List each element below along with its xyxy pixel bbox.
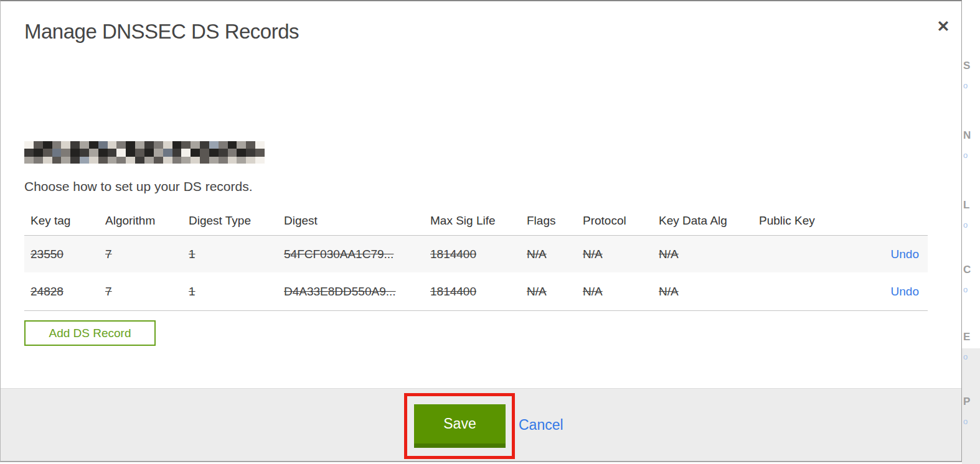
- undo-link[interactable]: Undo: [891, 285, 919, 298]
- background-text-fragment: o: [963, 220, 980, 230]
- cell-max-sig-life: 1814400: [430, 285, 527, 299]
- background-text-fragment: C: [963, 264, 980, 276]
- cell-flags: N/A: [527, 248, 583, 261]
- column-header-key-data-alg: Key Data Alg: [659, 214, 759, 228]
- screen: SoNoLoCoEoPo Manage DNSSEC DS Records ✕ …: [0, 0, 980, 464]
- redacted-domain-name: [24, 141, 265, 164]
- background-text-fragment: o: [963, 151, 980, 160]
- cell-digest-type: 1: [189, 248, 284, 261]
- cell-key-tag: 23550: [31, 248, 105, 261]
- background-text-fragment: S: [963, 60, 980, 72]
- background-text-fragment: P: [963, 396, 980, 408]
- cell-protocol: N/A: [583, 248, 659, 261]
- column-header-digest-type: Digest Type: [189, 214, 284, 228]
- cell-key-data-alg: N/A: [659, 285, 759, 299]
- background-text-fragment: o: [963, 81, 980, 90]
- column-header-digest: Digest: [284, 214, 430, 228]
- background-text-fragment: o: [963, 352, 980, 361]
- cancel-link[interactable]: Cancel: [519, 417, 563, 434]
- background-text-fragment: o: [963, 417, 980, 426]
- instruction-text: Choose how to set up your DS records.: [24, 179, 253, 194]
- column-header-flags: Flags: [527, 214, 583, 228]
- table-row: 24828 7 1 D4A33E8DD550A9... 1814400 N/A …: [24, 272, 928, 311]
- background-text-fragment: E: [963, 331, 980, 343]
- undo-link[interactable]: Undo: [891, 248, 919, 261]
- ds-records-table: Key tag Algorithm Digest Type Digest Max…: [24, 206, 928, 311]
- cell-key-tag: 24828: [31, 285, 105, 299]
- background-text-fragment: o: [963, 285, 980, 294]
- table-row: 23550 7 1 54FCF030AA1C79... 1814400 N/A …: [24, 236, 928, 272]
- close-icon[interactable]: ✕: [932, 15, 954, 37]
- cell-protocol: N/A: [583, 285, 659, 299]
- cell-key-data-alg: N/A: [659, 248, 759, 261]
- add-ds-record-button[interactable]: Add DS Record: [24, 320, 156, 346]
- column-header-max-sig-life: Max Sig Life: [430, 214, 527, 228]
- cell-flags: N/A: [527, 285, 583, 299]
- cell-digest-type: 1: [189, 285, 284, 299]
- cell-max-sig-life: 1814400: [430, 248, 527, 261]
- background-page-strip: SoNoLoCoEoPo: [962, 0, 980, 464]
- dialog-title: Manage DNSSEC DS Records: [24, 20, 299, 44]
- background-text-fragment: N: [963, 129, 980, 142]
- save-button[interactable]: Save: [414, 404, 506, 448]
- column-header-algorithm: Algorithm: [105, 214, 189, 228]
- table-header-row: Key tag Algorithm Digest Type Digest Max…: [24, 206, 928, 236]
- cell-digest: D4A33E8DD550A9...: [284, 285, 430, 299]
- cell-algorithm: 7: [105, 285, 189, 299]
- cell-digest: 54FCF030AA1C79...: [284, 248, 430, 261]
- manage-dnssec-ds-records-dialog: Manage DNSSEC DS Records ✕ Choose how to…: [0, 0, 962, 462]
- column-header-key-tag: Key tag: [31, 214, 105, 228]
- column-header-public-key: Public Key: [759, 214, 877, 228]
- cell-algorithm: 7: [105, 248, 189, 261]
- background-text-fragment: L: [963, 199, 980, 211]
- column-header-protocol: Protocol: [583, 214, 659, 228]
